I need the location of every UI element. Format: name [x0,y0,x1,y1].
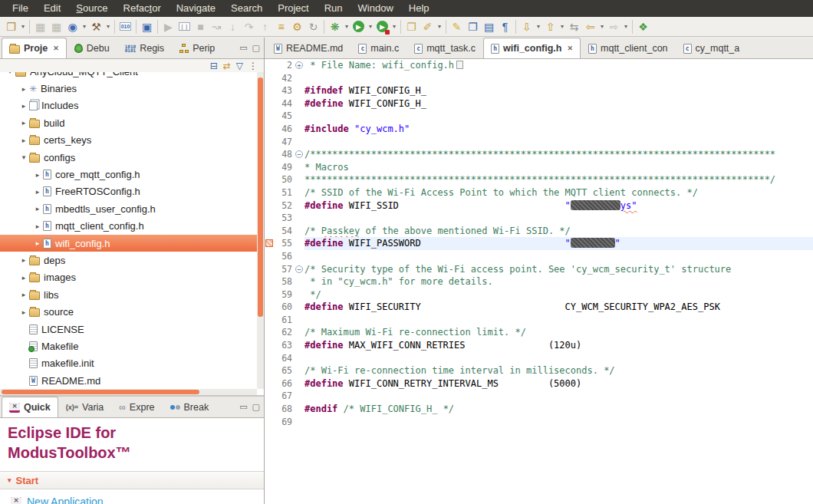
annotation-ruler[interactable] [265,339,273,352]
code-line-56[interactable]: 56 [265,250,813,263]
annotation-ruler[interactable] [265,403,273,416]
expander-icon[interactable]: ▸ [32,239,43,247]
explorer-tab-perip[interactable]: Perip [172,38,222,58]
menu-edit[interactable]: Edit [36,0,68,17]
collapse-all-icon[interactable]: ⊟ [210,61,218,71]
code-line-68[interactable]: 68#endif /* WIFI_CONFIG_H_ */ [265,403,813,416]
folded-region-icon[interactable] [456,61,463,69]
annotation-ruler[interactable] [265,148,273,161]
annotation-ruler[interactable] [265,364,273,377]
target-selector-button[interactable]: ◉ [64,18,81,35]
quick-tab-varia[interactable]: (x)=Varia [58,397,112,417]
minimize-icon[interactable]: ▭ [239,43,247,53]
expander-icon[interactable]: ▸ [32,205,43,212]
code-line-43[interactable]: 43#ifndef WIFI_CONFIG_H_ [265,84,813,97]
expander-icon[interactable]: ▸ [32,222,43,230]
tree-item-mbedtls-user-config-h[interactable]: ▸hmbedtls_user_config.h [0,200,264,217]
annotation-ruler[interactable] [265,390,273,403]
tree-item-makefile[interactable]: Makefile [0,338,264,354]
run-external-button[interactable]: ▶ [374,18,390,35]
target-selector-dropdown-icon[interactable]: ▾ [81,23,88,30]
menu-help[interactable]: Help [401,0,437,17]
tree-item-mqtt-client-config-h[interactable]: ▸hmqtt_client_config.h [0,218,264,235]
run-external-dropdown-icon[interactable]: ▾ [390,23,398,30]
resume-button[interactable]: ▶ [160,18,176,35]
menu-project[interactable]: Project [270,0,316,17]
editor-tab-mqtt-client-con[interactable]: hmqtt_client_con [581,38,676,58]
annotation-ruler[interactable] [265,288,273,301]
annotation-ruler[interactable] [265,326,273,339]
annotation-ruler[interactable] [265,173,273,186]
code-line-60[interactable]: 60#define WIFI_SECURITY CY_WCM_SECURITY_… [265,301,813,314]
back-dropdown-icon[interactable]: ▾ [598,23,606,30]
expander-icon[interactable]: ▸ [18,308,29,316]
disconnect-button[interactable]: ↝ [209,18,225,35]
tree-item-certs-keys[interactable]: ▸certs_keys [0,132,264,149]
close-icon[interactable]: ✕ [53,44,59,52]
annotation-ruler[interactable] [265,225,273,238]
menu-file[interactable]: File [5,0,36,17]
annotation-ruler[interactable] [265,161,273,174]
open-resource-button[interactable]: ❐ [403,18,420,35]
tree-vertical-scrollbar-thumb[interactable] [258,77,263,317]
code-line-54[interactable]: 54/* Passkey of the above mentioned Wi-F… [265,225,813,238]
expander-icon[interactable]: ▸ [18,137,29,144]
annotation-ruler[interactable] [265,275,273,288]
next-annotation-dropdown-icon[interactable]: ▾ [535,23,542,30]
terminate-button[interactable]: ■ [193,18,209,35]
save-all-button[interactable]: ▦ [48,18,64,35]
code-line-57[interactable]: 57−/* Security type of the Wi-Fi access … [265,263,813,276]
step-over-button[interactable]: ↷ [241,18,257,35]
tree-item-libs[interactable]: ▸libs [0,286,264,303]
fold-collapsed-icon[interactable]: + [295,61,303,69]
editor-tab-main-c[interactable]: cmain.c [351,38,406,58]
editor-tab-wifi-config-h[interactable]: hwifi_config.h✕ [483,38,581,58]
code-line-64[interactable]: 64 [265,352,813,365]
previous-annotation-dropdown-icon[interactable]: ▾ [558,23,566,30]
annotation-ruler[interactable] [265,314,273,327]
show-whitespace-button[interactable]: ¶ [497,18,513,35]
next-annotation-button[interactable]: ⇩ [518,18,535,35]
tree-item-license[interactable]: LICENSE [0,321,264,338]
quick-tab-expre[interactable]: ∞Expre [111,397,162,417]
annotation-ruler[interactable] [265,110,273,123]
annotation-ruler[interactable] [265,59,273,72]
annotation-ruler[interactable] [265,136,273,149]
expander-icon[interactable]: ▸ [18,274,29,282]
close-icon[interactable]: ✕ [567,44,573,52]
quick-tab-quick[interactable]: Quick [2,397,58,417]
menu-navigate[interactable]: Navigate [169,0,223,17]
tree-item-source[interactable]: ▸source [0,303,264,320]
tree-item-wifi-config-h[interactable]: ▸hwifi_config.h [0,235,264,252]
explorer-tab-debu[interactable]: Debu [67,38,117,58]
last-edit-location-button[interactable]: ⇆ [566,18,582,35]
expander-icon[interactable]: ▾ [18,153,29,161]
code-line-62[interactable]: 62/* Maximum Wi-Fi re-connection limit. … [265,326,813,339]
code-line-2[interactable]: 2+ * File Name: wifi_config.h [265,59,813,72]
console-button[interactable]: ▣ [139,18,155,35]
annotation-ruler[interactable] [265,237,273,250]
expander-icon[interactable]: ▸ [18,119,29,127]
tree-item-freertosconfig-h[interactable]: ▸hFreeRTOSConfig.h [0,183,264,200]
menu-source[interactable]: Source [68,0,115,17]
quick-tab-break[interactable]: Break [163,397,217,417]
build-button[interactable]: ⚒ [88,18,104,35]
code-line-52[interactable]: 52#define WIFI_SSID "ys" [265,199,813,212]
annotation-ruler[interactable] [265,84,273,97]
menu-refactor[interactable]: Refactor [116,0,169,17]
annotation-ruler[interactable] [265,97,273,110]
run-dropdown-icon[interactable]: ▾ [367,23,374,30]
annotation-ruler[interactable] [265,186,273,199]
back-button[interactable]: ⇦ [582,18,598,35]
search-button[interactable]: ✐ [420,18,436,35]
code-line-65[interactable]: 65/* Wi-Fi re-connection time interval i… [265,364,813,377]
tree-horizontal-scrollbar[interactable] [0,389,257,395]
maximize-icon[interactable]: ▢ [252,402,260,412]
annotation-ruler[interactable] [265,352,273,365]
save-button[interactable]: ▦ [32,18,48,35]
code-line-46[interactable]: 46#include "cy_wcm.h" [265,123,813,136]
code-line-47[interactable]: 47 [265,136,813,149]
forward-button[interactable]: ⇨ [606,18,622,35]
code-line-42[interactable]: 42 [265,72,813,85]
code-line-45[interactable]: 45 [265,110,813,123]
